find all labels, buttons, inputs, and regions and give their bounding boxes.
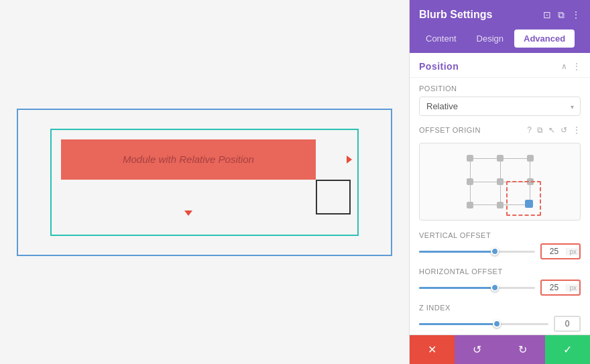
vertical-offset-row: px: [419, 243, 581, 259]
grid-dot-bl[interactable]: [467, 202, 473, 208]
viewport-icon[interactable]: ⊡: [543, 9, 551, 20]
settings-panel: Blurb Settings ⊡ ⧉ ⋮ Content Design Adva…: [409, 0, 590, 364]
grid-inner: [463, 151, 537, 212]
grid-dot-mm[interactable]: [497, 178, 504, 185]
grid-dot-tr[interactable]: [527, 155, 534, 162]
offset-origin-label: Offset Origin: [419, 126, 522, 134]
tab-design[interactable]: Design: [467, 29, 513, 48]
offset-box: [316, 180, 351, 215]
z-index-thumb[interactable]: [493, 320, 501, 328]
save-button[interactable]: ✓: [545, 335, 590, 364]
horizontal-offset-unit: px: [566, 284, 579, 292]
copy-icon[interactable]: ⧉: [537, 125, 543, 135]
columns-icon[interactable]: ⧉: [558, 9, 565, 21]
position-field-group: Position Relative Static Absolute Fixed …: [410, 78, 590, 123]
module-block: Module with Relative Position: [61, 139, 316, 180]
redo-icon: ↻: [518, 343, 527, 356]
z-index-row: [419, 316, 581, 332]
z-index-input[interactable]: [555, 317, 579, 330]
section-more-icon[interactable]: ⋮: [573, 62, 581, 71]
horizontal-offset-row: px: [419, 280, 581, 296]
arrow-right-icon: [347, 156, 352, 164]
panel-content: Position ∧ ⋮ Position Relative Static Ab…: [410, 53, 590, 335]
tabs-bar: Content Design Advanced: [410, 29, 590, 53]
collapse-icon[interactable]: ∧: [561, 62, 567, 71]
panel-title: Blurb Settings: [419, 9, 492, 21]
position-field-label: Position: [419, 84, 581, 93]
horizontal-offset-thumb[interactable]: [491, 284, 499, 292]
cursor-icon[interactable]: ↖: [548, 125, 555, 135]
grid-dot-ml[interactable]: [467, 178, 473, 185]
canvas-area: Module with Relative Position: [0, 0, 409, 364]
horizontal-offset-group: Horizontal Offset px: [410, 263, 590, 300]
grid-dot-bm[interactable]: [497, 202, 504, 208]
position-select[interactable]: Relative Static Absolute Fixed: [419, 97, 581, 116]
origin-more-icon[interactable]: ⋮: [573, 125, 581, 135]
undo-button[interactable]: ↺: [455, 335, 499, 364]
vertical-offset-fill: [419, 251, 495, 253]
position-section-header: Position ∧ ⋮: [410, 53, 590, 78]
horizontal-offset-fill: [419, 287, 495, 289]
vertical-offset-input-wrapper: px: [540, 243, 581, 259]
outer-border: Module with Relative Position: [17, 109, 392, 256]
redo-button[interactable]: ↻: [500, 335, 545, 364]
horizontal-offset-input[interactable]: [542, 281, 566, 294]
horizontal-offset-label: Horizontal Offset: [419, 267, 581, 276]
section-header-icons: ∧ ⋮: [561, 62, 581, 71]
tab-content[interactable]: Content: [416, 29, 466, 48]
tab-advanced[interactable]: Advanced: [514, 29, 575, 48]
arrow-down-icon: [184, 210, 192, 216]
z-index-track[interactable]: [419, 323, 548, 325]
more-icon[interactable]: ⋮: [571, 9, 581, 20]
z-index-fill: [419, 323, 497, 325]
module-label: Module with Relative Position: [123, 154, 254, 165]
grid-dot-tm[interactable]: [497, 155, 504, 162]
horizontal-offset-input-wrapper: px: [540, 280, 581, 296]
z-index-group: Z Index: [410, 300, 590, 335]
help-icon[interactable]: ?: [527, 125, 532, 135]
save-icon: ✓: [563, 343, 572, 356]
horizontal-offset-track[interactable]: [419, 287, 535, 289]
grid-dot-tl[interactable]: [467, 155, 473, 162]
panel-header: Blurb Settings ⊡ ⧉ ⋮: [410, 0, 590, 29]
vertical-offset-label: Vertical Offset: [419, 231, 581, 239]
z-index-label: Z Index: [419, 304, 581, 312]
position-section-title: Position: [419, 61, 459, 72]
z-index-input-wrapper: [554, 316, 581, 332]
position-select-wrapper: Relative Static Absolute Fixed ▾: [419, 97, 581, 116]
vertical-offset-thumb[interactable]: [491, 247, 499, 255]
panel-header-icons: ⊡ ⧉ ⋮: [543, 9, 581, 21]
vertical-offset-input[interactable]: [542, 245, 566, 258]
undo-icon: ↺: [473, 343, 481, 356]
cancel-button[interactable]: ✕: [410, 335, 455, 364]
grid-selection: [506, 181, 541, 216]
vertical-offset-track[interactable]: [419, 251, 535, 253]
inner-border: Module with Relative Position: [50, 129, 359, 236]
vertical-offset-group: Vertical Offset px: [410, 227, 590, 263]
reset-icon[interactable]: ↺: [560, 125, 567, 135]
action-bar: ✕ ↺ ↻ ✓: [410, 335, 590, 364]
grid-picker[interactable]: [419, 143, 581, 221]
vertical-offset-unit: px: [566, 248, 579, 255]
offset-origin-row: Offset Origin ? ⧉ ↖ ↺ ⋮: [410, 123, 590, 140]
cancel-icon: ✕: [428, 343, 436, 356]
